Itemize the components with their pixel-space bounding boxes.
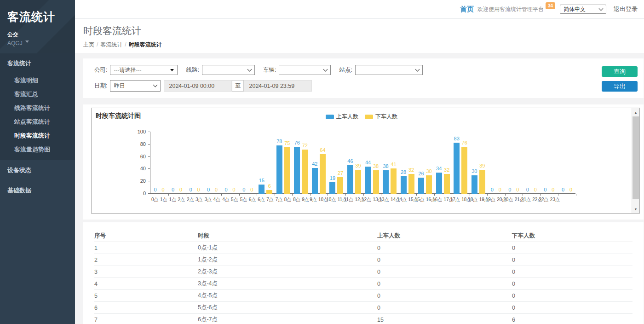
chart-bar [444, 174, 450, 194]
x-axis-tick [292, 194, 293, 196]
sidebar-subitem[interactable]: 客流汇总 [0, 87, 75, 101]
chart-bar [436, 173, 442, 194]
action-buttons: 查询 导出 [602, 66, 638, 92]
date-label: 日期: [94, 82, 107, 90]
table-cell: 4 [94, 281, 198, 287]
org-code-dropdown[interactable]: AQGJ [7, 40, 75, 46]
chart-scrollbar[interactable]: ▲ ▼ [632, 108, 639, 213]
filter-panel: 公司: ---请选择--- 线路: 车辆: [83, 58, 644, 98]
chart-bar [373, 170, 379, 194]
chart-bar [408, 174, 414, 194]
sidebar-item[interactable]: 客流统计 [0, 53, 75, 74]
date-to-input[interactable]: 2024-01-09 23:59 [244, 80, 312, 92]
bar-value-label: 0 [508, 187, 511, 192]
bar-value-label: 30 [426, 168, 432, 174]
x-axis-tick [434, 194, 435, 196]
main-area: 首页 欢迎使用客流统计管理平台 34 简体中文 退出登录 时段客流统计 主页/客… [75, 0, 644, 324]
scroll-thumb[interactable] [632, 116, 639, 199]
table-row: 10点-1点00 [94, 242, 632, 254]
y-axis-tick [148, 156, 150, 157]
table-cell: 2 [94, 257, 198, 263]
bar-value-label: 0 [544, 187, 546, 192]
x-axis-label: 4点-5点 [222, 197, 238, 203]
legend-item: 下车人数 [365, 113, 397, 121]
chart-bar [284, 147, 290, 194]
bar-value-label: 28 [401, 169, 406, 175]
x-axis-tick [328, 194, 328, 196]
y-axis-tick [148, 193, 150, 194]
scroll-up-icon[interactable]: ▲ [632, 109, 639, 116]
line-label: 线路: [186, 66, 199, 74]
home-link[interactable]: 首页 [460, 5, 474, 14]
sidebar-item[interactable]: 基础数据 [0, 180, 75, 201]
line-select[interactable] [202, 65, 255, 75]
table-cell: 0 [512, 305, 632, 311]
sidebar-subitem[interactable]: 时段客流统计 [0, 129, 75, 143]
x-axis-tick [275, 194, 275, 196]
chart-bar [355, 170, 361, 194]
bar-value-label: 27 [338, 170, 343, 176]
x-axis-tick [257, 194, 257, 196]
x-axis-tick [168, 194, 169, 196]
filter-row-date: 日期: 昨日 2024-01-09 00:00 至 2024-01-09 23:… [94, 80, 588, 92]
page-title: 时段客流统计 [83, 24, 644, 37]
side-nav: 客流统计客流明细客流汇总线路客流统计站点客流统计时段客流统计客流量趋势图设备状态… [0, 53, 75, 201]
chart-bar [365, 167, 371, 194]
chart-bar [479, 170, 485, 194]
sidebar-subitem[interactable]: 客流量趋势图 [0, 143, 75, 156]
station-select[interactable] [355, 65, 423, 75]
breadcrumb-home[interactable]: 主页 [83, 41, 94, 48]
sidebar-subitem[interactable]: 站点客流统计 [0, 115, 75, 129]
table-cell: 0点-1点 [198, 244, 377, 252]
chart-bar [320, 154, 326, 194]
x-axis-tick [558, 194, 558, 196]
bar-value-label: 0 [215, 187, 218, 192]
nav-section: 基础数据 [0, 180, 75, 201]
filter-row-selects: 公司: ---请选择--- 线路: 车辆: [94, 65, 588, 75]
company-select[interactable]: ---请选择--- [110, 65, 178, 75]
table-cell: 0 [377, 305, 512, 311]
query-button[interactable]: 查询 [602, 66, 638, 77]
chart-bar [312, 168, 318, 194]
table-cell: 0 [377, 257, 512, 263]
sidebar-subitem[interactable]: 线路客流统计 [0, 101, 75, 115]
notification-badge[interactable]: 34 [546, 2, 555, 9]
chart-bar [418, 178, 424, 194]
chart-bar [461, 147, 467, 194]
bar-value-label: 39 [479, 163, 485, 168]
sidebar-item[interactable]: 设备状态 [0, 160, 75, 180]
x-axis-tick [452, 194, 452, 196]
breadcrumb-section[interactable]: 客流统计 [100, 41, 122, 48]
x-axis-label: 0点-1点 [151, 197, 167, 203]
table-body: 10点-1点0021点-2点0032点-3点0043点-4点0054点-5点00… [94, 242, 632, 324]
y-axis-label: 0 [130, 191, 146, 196]
x-axis-label: 6点-7点 [258, 197, 273, 203]
station-label: 站点: [339, 66, 352, 74]
page-heading: 时段客流统计 主页/客流统计/时段客流统计 [75, 19, 644, 53]
table-row: 21点-2点00 [94, 254, 632, 266]
sidebar-subitem[interactable]: 客流明细 [0, 74, 75, 87]
x-axis-tick [381, 194, 381, 196]
logout-link[interactable]: 退出登录 [614, 5, 638, 13]
scroll-down-icon[interactable]: ▼ [632, 205, 639, 213]
x-axis-label: 22点-23点 [539, 197, 560, 203]
bar-value-label: 0 [552, 187, 554, 192]
table-cell: 0 [512, 293, 632, 299]
export-button[interactable]: 导出 [602, 81, 638, 92]
y-axis-label: 40 [130, 166, 146, 171]
bar-value-label: 34 [436, 166, 442, 171]
breadcrumb: 主页/客流统计/时段客流统计 [83, 41, 644, 49]
bar-value-label: 0 [154, 187, 156, 192]
y-axis-label: 60 [130, 154, 146, 159]
date-from-input[interactable]: 2024-01-09 00:00 [164, 80, 232, 92]
vehicle-select[interactable] [279, 65, 331, 75]
table-cell: 2点-3点 [198, 268, 377, 276]
table-cell: 6点-7点 [198, 316, 377, 324]
date-preset-select[interactable]: 昨日 [110, 80, 161, 92]
bar-value-label: 0 [562, 187, 564, 192]
bar-value-label: 32 [444, 167, 449, 173]
language-select[interactable]: 简体中文 [560, 5, 606, 14]
breadcrumb-separator: / [125, 41, 126, 48]
table-row: 65点-6点00 [94, 302, 632, 314]
chart-bar [472, 175, 477, 194]
